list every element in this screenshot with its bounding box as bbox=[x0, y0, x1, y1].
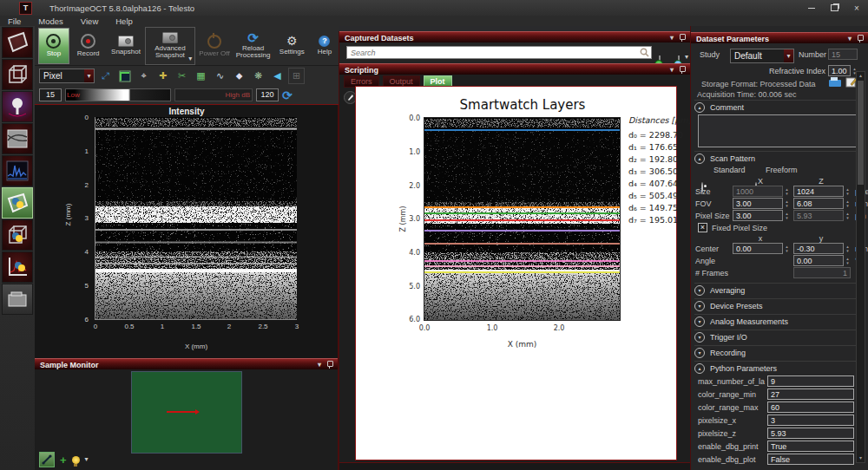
scan-pattern-section-header[interactable]: ▴ Scan Pattern bbox=[694, 151, 856, 165]
sample-monitor-pin-icon[interactable] bbox=[326, 361, 332, 369]
sidebar-item-python-plot[interactable] bbox=[2, 251, 33, 283]
number-input[interactable] bbox=[828, 49, 858, 60]
zoom-fit-icon[interactable]: ⤢ bbox=[97, 68, 114, 84]
snapshot-button[interactable]: Snapshot bbox=[107, 28, 144, 64]
send-icon[interactable]: ◀ bbox=[269, 68, 286, 84]
center-x-input[interactable] bbox=[733, 243, 783, 254]
db-max-input[interactable]: 120 bbox=[256, 88, 279, 101]
python-param-input[interactable] bbox=[767, 454, 854, 465]
menu-view[interactable]: View bbox=[73, 16, 106, 26]
add-marker-button[interactable]: + bbox=[60, 454, 67, 467]
fixed-pixel-size-checkbox[interactable]: × bbox=[698, 223, 707, 232]
frames-input[interactable] bbox=[793, 267, 851, 278]
measure-tool-button[interactable] bbox=[39, 452, 55, 467]
analog-measurements-section-header[interactable]: ▾ Analog Measurements bbox=[694, 314, 856, 328]
sidebar-item-3d-scan[interactable] bbox=[2, 59, 33, 90]
center-y-input[interactable] bbox=[793, 243, 844, 254]
db-range-slider[interactable]: Low bbox=[65, 88, 171, 101]
python-param-input[interactable] bbox=[767, 428, 854, 439]
fov-x-spinner[interactable]: ▴▾ bbox=[783, 198, 791, 209]
despeckle-icon[interactable]: ❋ bbox=[250, 68, 266, 84]
pixel-size-x-spinner[interactable]: ▴▾ bbox=[783, 210, 791, 221]
scripting-pin-icon[interactable] bbox=[679, 66, 685, 74]
record-button[interactable]: Record bbox=[69, 28, 107, 64]
size-z-input[interactable] bbox=[793, 186, 844, 197]
plot-bscan-image[interactable] bbox=[424, 118, 620, 320]
db-high-track[interactable]: High dB bbox=[174, 88, 253, 101]
refresh-range-icon[interactable]: ⟳ bbox=[282, 88, 293, 102]
captured-collapse-icon[interactable]: ▾ bbox=[670, 35, 674, 42]
fov-x-input[interactable] bbox=[733, 198, 783, 209]
db-min-input[interactable]: 15 bbox=[39, 88, 62, 101]
line-profile-icon[interactable]: ∿ bbox=[212, 68, 228, 84]
fov-z-spinner[interactable]: ▴▾ bbox=[844, 198, 852, 209]
camera-preview-image[interactable] bbox=[131, 371, 242, 454]
device-presets-section-header[interactable]: ▾ Device Presets bbox=[694, 298, 856, 312]
add-marker-icon[interactable]: ✚ bbox=[155, 68, 171, 84]
params-pin-icon[interactable] bbox=[857, 35, 863, 42]
av-toggle-icon[interactable]: ⊞ bbox=[288, 68, 305, 84]
pixel-mode-dropdown[interactable]: Pixel ▾ bbox=[39, 69, 95, 83]
crosshair-icon[interactable]: ⌖ bbox=[135, 68, 152, 84]
sidebar-item-doppler[interactable] bbox=[2, 91, 33, 122]
ink-drop-icon[interactable]: ⬥ bbox=[231, 68, 247, 84]
size-x-input[interactable] bbox=[733, 186, 783, 197]
scripting-header[interactable]: Scripting ▾ bbox=[339, 63, 690, 75]
python-param-input[interactable] bbox=[767, 441, 854, 452]
trigger-io-section-header[interactable]: ▾ Trigger I/O bbox=[694, 330, 856, 343]
python-parameters-section-header[interactable]: ▴ Python Parameters bbox=[694, 361, 856, 375]
comment-section-header[interactable]: ▴ Comment bbox=[694, 100, 856, 114]
grid-icon[interactable]: ▦ bbox=[193, 68, 209, 84]
python-param-input[interactable] bbox=[767, 415, 854, 426]
advanced-snapshot-caret-icon[interactable]: ▾ bbox=[188, 55, 192, 62]
sample-monitor-collapse-icon[interactable]: ▾ bbox=[318, 362, 321, 369]
power-off-button[interactable]: Power Off bbox=[195, 28, 233, 64]
sample-monitor-header[interactable]: Sample Monitor ▾ bbox=[35, 358, 338, 369]
close-button[interactable]: × bbox=[845, 2, 868, 14]
search-input[interactable] bbox=[346, 46, 652, 59]
recording-section-header[interactable]: ▾ Recording bbox=[694, 345, 856, 359]
sidebar-item-file-manager[interactable] bbox=[2, 284, 33, 315]
python-param-input[interactable] bbox=[767, 388, 854, 400]
pixel-dropdown-caret-icon[interactable]: ▾ bbox=[84, 69, 94, 82]
sidebar-item-python-3d[interactable] bbox=[2, 219, 33, 251]
dataset-parameters-header[interactable]: Dataset Parameters ▾ bbox=[691, 32, 868, 43]
restore-button[interactable] bbox=[823, 2, 845, 14]
export-dataset-icon[interactable] bbox=[828, 76, 842, 89]
sidebar-item-python-2d[interactable] bbox=[2, 187, 33, 219]
intensity-bscan-image[interactable] bbox=[95, 117, 297, 319]
python-param-input[interactable] bbox=[767, 401, 854, 413]
stop-button[interactable]: Stop bbox=[38, 28, 69, 64]
python-param-input[interactable] bbox=[767, 375, 854, 387]
advanced-snapshot-button[interactable]: Advanced Snapshot ▾ bbox=[145, 27, 196, 65]
study-caret-icon[interactable]: ▾ bbox=[784, 49, 793, 62]
sidebar-item-2d-scan[interactable] bbox=[2, 27, 33, 58]
pixel-size-x-input[interactable] bbox=[733, 210, 783, 221]
center-y-spinner[interactable]: ▴▾ bbox=[844, 243, 852, 254]
pixel-size-z-input[interactable] bbox=[793, 210, 844, 221]
help-button[interactable]: ? Help bbox=[311, 28, 339, 64]
angle-spinner[interactable]: ▴▾ bbox=[844, 255, 852, 266]
refractive-index-input[interactable] bbox=[828, 65, 851, 76]
sidebar-item-spectrum[interactable] bbox=[2, 155, 33, 186]
settings-button[interactable]: ⚙ Settings bbox=[273, 28, 311, 64]
comment-textarea[interactable] bbox=[698, 114, 861, 147]
scrollbar-thumb[interactable] bbox=[858, 81, 864, 185]
fov-z-input[interactable] bbox=[793, 198, 844, 209]
study-dropdown[interactable]: Default ▾ bbox=[730, 49, 794, 63]
menu-help[interactable]: Help bbox=[108, 16, 141, 26]
center-x-spinner[interactable]: ▴▾ bbox=[783, 243, 791, 254]
sidebar-item-speckle[interactable] bbox=[2, 123, 33, 154]
menu-modes[interactable]: Modes bbox=[30, 16, 71, 26]
dataset-caret-icon[interactable]: ▾ bbox=[685, 54, 688, 61]
illumination-icon[interactable] bbox=[72, 456, 80, 464]
search-icon[interactable] bbox=[640, 48, 649, 59]
averaging-section-header[interactable]: ▾ Averaging bbox=[694, 283, 856, 297]
params-scrollbar[interactable]: ▴ ▾ bbox=[856, 71, 865, 463]
size-x-spinner[interactable]: ▴▾ bbox=[783, 186, 791, 197]
params-collapse-icon[interactable]: ▾ bbox=[848, 36, 852, 42]
size-z-spinner[interactable]: ▴▾ bbox=[844, 186, 852, 197]
reload-processing-button[interactable]: ⟳ Reload Processing bbox=[233, 28, 273, 64]
illumination-caret-icon[interactable]: ▾ bbox=[85, 456, 89, 463]
cut-icon[interactable]: ✂ bbox=[174, 68, 190, 84]
